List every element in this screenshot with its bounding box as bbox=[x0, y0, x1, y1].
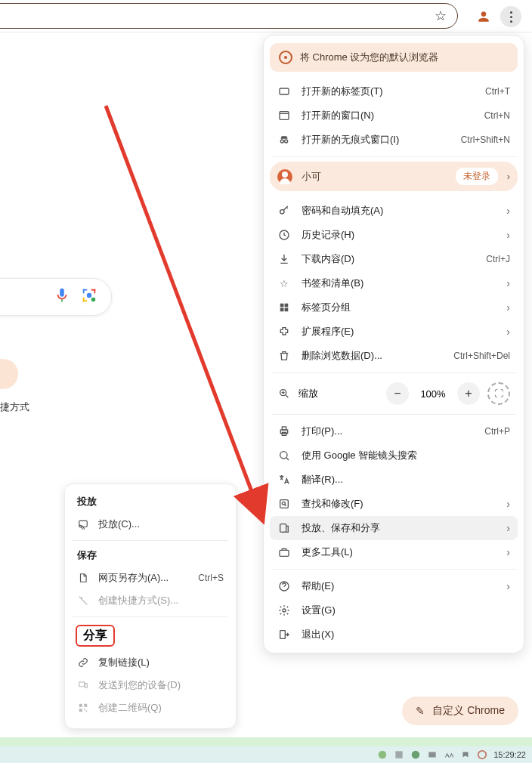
menu-find-edit[interactable]: 查找和修改(F) › bbox=[270, 492, 518, 516]
profile-row[interactable]: 小可 未登录 › bbox=[270, 162, 518, 191]
menu-downloads[interactable]: 下载内容(D) Ctrl+J bbox=[270, 247, 518, 271]
star-icon[interactable]: ☆ bbox=[435, 8, 447, 24]
chevron-right-icon: › bbox=[506, 229, 510, 241]
link-icon bbox=[77, 656, 89, 669]
taskbar-clock[interactable]: 15:29:22 bbox=[493, 750, 526, 759]
svg-point-44 bbox=[478, 751, 487, 759]
svg-rect-2 bbox=[83, 289, 85, 294]
svg-rect-6 bbox=[83, 298, 85, 302]
menu-new-incognito[interactable]: 打开新的无痕式窗口(I) Ctrl+Shift+N bbox=[270, 128, 518, 152]
find-icon bbox=[277, 497, 291, 511]
puzzle-icon bbox=[277, 325, 291, 338]
submenu-cast[interactable]: 投放(C)... bbox=[71, 513, 230, 536]
svg-rect-31 bbox=[79, 521, 88, 527]
svg-rect-35 bbox=[84, 704, 87, 707]
svg-rect-17 bbox=[280, 308, 284, 312]
incognito-icon bbox=[277, 133, 291, 147]
menu-passwords[interactable]: 密码和自动填充(A) › bbox=[270, 199, 518, 223]
profile-avatar-icon[interactable] bbox=[476, 9, 491, 24]
zoom-out-button[interactable]: − bbox=[386, 382, 409, 405]
tray-icon[interactable] bbox=[460, 749, 471, 760]
svg-rect-21 bbox=[282, 427, 286, 430]
tray-icon[interactable] bbox=[377, 749, 388, 760]
menu-history[interactable]: 历史记录(H) › bbox=[270, 223, 518, 247]
chevron-right-icon: › bbox=[507, 171, 510, 182]
svg-rect-41 bbox=[396, 751, 403, 758]
shortcut-icon bbox=[77, 595, 89, 607]
menu-cast-save-share[interactable]: 投放、保存和分享 › bbox=[270, 516, 518, 540]
menu-extensions[interactable]: 扩展程序(E) › bbox=[270, 320, 518, 344]
menu-exit[interactable]: 退出(X) bbox=[270, 622, 518, 647]
submenu-qr-code: 创建二维码(Q) bbox=[71, 697, 230, 719]
tray-icon[interactable] bbox=[394, 749, 404, 760]
menu-lens-search[interactable]: 使用 Google 智能镜头搜索 bbox=[270, 443, 518, 468]
menu-bookmarks[interactable]: ☆ 书签和清单(B) › bbox=[270, 271, 518, 295]
chevron-right-icon: › bbox=[506, 277, 510, 289]
grid-icon bbox=[277, 301, 291, 314]
tray-icon[interactable] bbox=[477, 749, 487, 760]
taskbar[interactable]: 15:29:22 bbox=[0, 746, 532, 763]
search-box[interactable] bbox=[0, 278, 112, 316]
svg-rect-30 bbox=[280, 631, 286, 639]
submenu-copy-link[interactable]: 复制链接(L) bbox=[71, 651, 230, 674]
default-browser-banner[interactable]: 将 Chrome 设为您的默认浏览器 bbox=[270, 43, 518, 72]
key-icon bbox=[277, 204, 291, 218]
svg-rect-43 bbox=[429, 752, 436, 758]
menu-help[interactable]: 帮助(E) › bbox=[270, 574, 518, 598]
shortcut-blob-label: 捷方式 bbox=[0, 400, 29, 414]
history-icon bbox=[277, 228, 291, 242]
svg-rect-18 bbox=[285, 308, 289, 312]
menu-translate[interactable]: 翻译(R)... bbox=[270, 468, 518, 492]
customize-chrome-button[interactable]: ✎ 自定义 Chrome bbox=[402, 697, 518, 725]
voice-search-icon[interactable] bbox=[54, 287, 70, 307]
chrome-menu-button[interactable] bbox=[500, 6, 521, 27]
help-icon bbox=[277, 579, 291, 593]
chevron-right-icon: › bbox=[506, 205, 510, 217]
submenu-header-save: 保存 bbox=[71, 545, 230, 567]
address-bar[interactable]: ☆ bbox=[0, 3, 458, 29]
menu-new-tab[interactable]: 打开新的标签页(T) Ctrl+T bbox=[270, 79, 518, 103]
devices-icon bbox=[77, 679, 89, 691]
pencil-icon: ✎ bbox=[416, 705, 425, 717]
print-icon bbox=[277, 425, 291, 438]
desktop-strip bbox=[0, 737, 532, 746]
svg-rect-9 bbox=[280, 88, 289, 94]
tab-icon bbox=[277, 85, 291, 98]
submenu-save-as[interactable]: 网页另存为(A)... Ctrl+S bbox=[71, 567, 230, 589]
svg-point-42 bbox=[412, 751, 420, 759]
default-browser-text: 将 Chrome 设为您的默认浏览器 bbox=[300, 51, 438, 64]
svg-rect-0 bbox=[61, 300, 63, 302]
menu-new-window[interactable]: 打开新的窗口(N) Ctrl+N bbox=[270, 103, 518, 128]
zoom-icon bbox=[277, 387, 291, 400]
svg-point-11 bbox=[280, 140, 283, 143]
trash-icon bbox=[277, 349, 291, 363]
gear-icon bbox=[277, 604, 291, 617]
svg-point-12 bbox=[285, 140, 288, 143]
submenu-create-shortcut: 创建快捷方式(S)... bbox=[71, 589, 230, 612]
chrome-main-menu: 将 Chrome 设为您的默认浏览器 打开新的标签页(T) Ctrl+T 打开新… bbox=[263, 35, 524, 653]
svg-rect-16 bbox=[285, 304, 289, 307]
chevron-right-icon: › bbox=[506, 498, 510, 510]
menu-more-tools[interactable]: 更多工具(L) › bbox=[270, 540, 518, 564]
svg-rect-34 bbox=[79, 704, 82, 707]
menu-tab-groups[interactable]: 标签页分组 › bbox=[270, 295, 518, 320]
svg-point-13 bbox=[280, 210, 284, 214]
toolbox-icon bbox=[277, 545, 291, 559]
qr-icon bbox=[77, 702, 89, 714]
tray-icon[interactable] bbox=[444, 749, 454, 760]
zoom-in-button[interactable]: + bbox=[457, 382, 480, 405]
tray-icon[interactable] bbox=[427, 749, 438, 760]
svg-rect-4 bbox=[94, 289, 95, 294]
download-icon bbox=[277, 252, 291, 266]
tray-icon[interactable] bbox=[410, 749, 421, 760]
menu-clear-data[interactable]: 删除浏览数据(D)... Ctrl+Shift+Del bbox=[270, 344, 518, 368]
fullscreen-button[interactable]: ⛶ bbox=[487, 382, 510, 405]
chevron-right-icon: › bbox=[506, 580, 510, 592]
cast-icon bbox=[77, 518, 89, 530]
submenu-header-share: 分享 bbox=[76, 625, 115, 647]
google-lens-icon[interactable] bbox=[81, 287, 97, 307]
save-page-icon bbox=[77, 572, 89, 584]
person-icon bbox=[277, 169, 292, 184]
menu-print[interactable]: 打印(P)... Ctrl+P bbox=[270, 419, 518, 443]
menu-settings[interactable]: 设置(G) bbox=[270, 598, 518, 622]
